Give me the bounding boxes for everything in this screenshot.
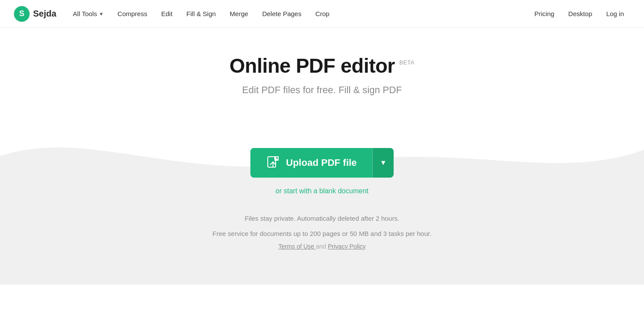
logo-letter: S <box>19 9 24 18</box>
hero-title-wrapper: Online PDF editor BETA <box>229 54 415 77</box>
nav-fill-sign[interactable]: Fill & Sign <box>180 7 222 21</box>
dropdown-chevron-icon: ▼ <box>380 159 387 167</box>
navbar: S Sejda All Tools ▼ Compress Edit Fill &… <box>0 0 644 28</box>
privacy-line1: Files stay private. Automatically delete… <box>245 212 399 224</box>
nav-pricing[interactable]: Pricing <box>528 7 560 21</box>
nav-merge[interactable]: Merge <box>224 7 255 21</box>
terms-of-use-link[interactable]: Terms of Use <box>278 243 316 250</box>
upload-button-label: Upload PDF file <box>286 157 357 168</box>
logo-name: Sejda <box>33 9 56 19</box>
logo-circle: S <box>14 6 30 22</box>
privacy-policy-link[interactable]: Privacy Policy <box>328 243 366 250</box>
privacy-line2: Free service for documents up to 200 pag… <box>212 228 432 239</box>
upload-dropdown-button[interactable]: ▼ <box>372 148 394 178</box>
logo-link[interactable]: S Sejda <box>14 6 56 22</box>
pdf-upload-icon <box>266 156 280 170</box>
terms-line: Terms of Use and Privacy Policy <box>278 243 366 250</box>
nav-all-tools[interactable]: All Tools ▼ <box>67 7 109 21</box>
wave-section: Upload PDF file ▼ or start with a blank … <box>0 118 644 285</box>
nav-crop[interactable]: Crop <box>309 7 336 21</box>
nav-compress[interactable]: Compress <box>111 7 153 21</box>
beta-badge: BETA <box>399 59 415 66</box>
terms-and: and <box>316 243 326 250</box>
blank-document-link[interactable]: or start with a blank document <box>276 187 368 195</box>
page-title: Online PDF editor <box>229 54 395 77</box>
nav-links-left: All Tools ▼ Compress Edit Fill & Sign Me… <box>67 7 528 21</box>
nav-edit[interactable]: Edit <box>155 7 179 21</box>
page-content: Online PDF editor BETA Edit PDF files fo… <box>0 28 644 285</box>
wave-content: Upload PDF file ▼ or start with a blank … <box>0 148 644 250</box>
chevron-down-icon: ▼ <box>99 11 104 17</box>
upload-pdf-button[interactable]: Upload PDF file <box>250 148 373 178</box>
nav-login[interactable]: Log in <box>600 7 630 21</box>
nav-desktop[interactable]: Desktop <box>562 7 598 21</box>
nav-delete-pages[interactable]: Delete Pages <box>256 7 307 21</box>
nav-links-right: Pricing Desktop Log in <box>528 7 630 21</box>
hero-subtitle: Edit PDF files for free. Fill & sign PDF <box>242 84 402 96</box>
upload-button-wrapper: Upload PDF file ▼ <box>250 148 394 178</box>
